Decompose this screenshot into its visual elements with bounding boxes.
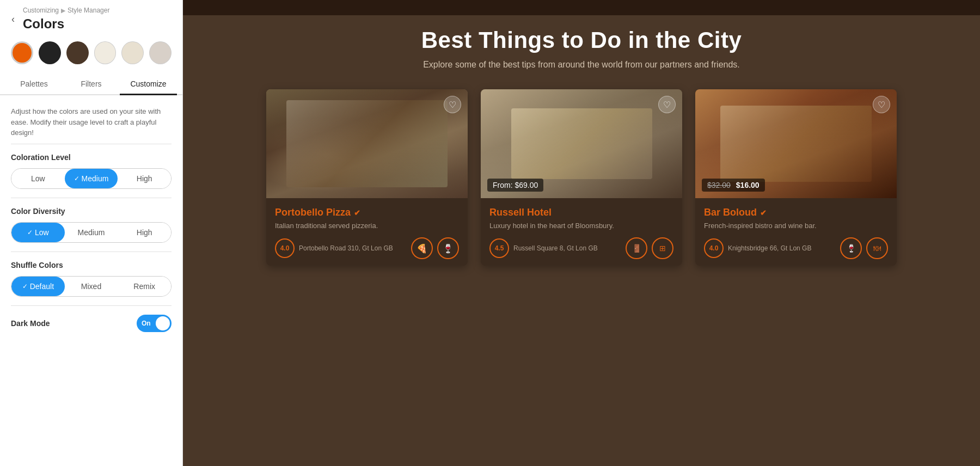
- swatch-orange[interactable]: [11, 41, 33, 64]
- diversity-low-label: Low: [35, 228, 49, 237]
- hotel-icon-2[interactable]: ⊞: [652, 237, 673, 259]
- swatch-light-beige[interactable]: [94, 41, 117, 64]
- hotel-icons: 🚪 ⊞: [626, 237, 673, 259]
- hotel-price-badge: From: $69.00: [487, 179, 543, 192]
- swatch-gray[interactable]: [149, 41, 171, 64]
- diversity-medium-label: Medium: [78, 228, 105, 237]
- pizza-verified-icon: ✔: [354, 209, 360, 217]
- pizza-address: Portobello Road 310, Gt Lon GB: [299, 244, 393, 253]
- coloration-medium[interactable]: ✓ Medium: [65, 169, 118, 188]
- card-pizza: ♡ Portobello Pizza ✔ Italian traditional…: [266, 89, 468, 266]
- hotel-price-text: From: $69.00: [493, 181, 538, 189]
- color-swatches-row: [0, 32, 182, 74]
- toggle-label: On: [142, 320, 151, 327]
- bar-icon-2[interactable]: 🍽: [866, 237, 888, 259]
- hotel-rating: 4.5: [489, 238, 509, 258]
- pizza-icon-1[interactable]: 🍕: [411, 237, 433, 259]
- pizza-rating: 4.0: [275, 238, 295, 258]
- color-diversity-title: Color Diversity: [11, 207, 171, 216]
- card-pizza-body: Portobello Pizza ✔ Italian traditional s…: [266, 198, 468, 266]
- card-pizza-location: 4.0 Portobello Road 310, Gt Lon GB: [275, 238, 393, 258]
- shuffle-mixed-label: Mixed: [81, 282, 101, 291]
- bar-price-badge: $32.00 $16.00: [702, 179, 765, 192]
- hero-subtitle: Explore some of the best tips from aroun…: [423, 60, 740, 70]
- tab-filters[interactable]: Filters: [63, 74, 120, 95]
- coloration-medium-check: ✓: [74, 175, 79, 182]
- bar-verified-icon: ✔: [760, 209, 767, 217]
- card-hotel-location: 4.5 Russell Square 8, Gt Lon GB: [489, 238, 598, 258]
- color-diversity-section: Color Diversity ✓ Low Medium High: [0, 198, 182, 252]
- bar-heart-button[interactable]: ♡: [873, 96, 890, 113]
- color-diversity-group: ✓ Low Medium High: [11, 222, 171, 243]
- pizza-name-text: Portobello Pizza: [275, 207, 351, 218]
- card-hotel-footer: 4.5 Russell Square 8, Gt Lon GB 🚪 ⊞: [489, 237, 673, 259]
- coloration-level-section: Coloration Level Low ✓ Medium High: [0, 144, 182, 198]
- tab-palettes[interactable]: Palettes: [5, 74, 63, 95]
- swatch-brown[interactable]: [66, 41, 89, 64]
- diversity-low[interactable]: ✓ Low: [11, 223, 65, 242]
- card-bar-location: 4.0 Knightsbridge 66, Gt Lon GB: [704, 238, 811, 258]
- right-panel: Best Things to Do in the City Explore so…: [183, 0, 980, 466]
- coloration-level-group: Low ✓ Medium High: [11, 168, 171, 189]
- card-bar-footer: 4.0 Knightsbridge 66, Gt Lon GB 🍷 🍽: [704, 237, 888, 259]
- hotel-icon-1[interactable]: 🚪: [626, 237, 647, 259]
- panel-description: Adjust how the colors are used on your s…: [0, 95, 182, 144]
- diversity-high-label: High: [137, 228, 152, 237]
- tabs-row: Palettes Filters Customize: [0, 74, 182, 95]
- bar-price-original: $32.00: [707, 181, 731, 189]
- card-hotel: ♡ From: $69.00 Russell Hotel Luxury hote…: [481, 89, 682, 266]
- swatch-beige[interactable]: [121, 41, 144, 64]
- breadcrumb-part1: Customizing: [23, 7, 59, 14]
- dark-mode-row: Dark Mode On: [0, 306, 182, 341]
- coloration-high[interactable]: High: [118, 169, 171, 188]
- hero-title: Best Things to Do in the City: [421, 27, 742, 53]
- bar-price-sale: $16.00: [736, 181, 759, 189]
- diversity-medium[interactable]: Medium: [65, 223, 118, 242]
- shuffle-remix-label: Remix: [133, 282, 155, 291]
- card-pizza-name: Portobello Pizza ✔: [275, 207, 459, 218]
- card-bar-desc: French-inspired bistro and wine bar.: [704, 222, 888, 230]
- bar-rating: 4.0: [704, 238, 724, 258]
- coloration-low[interactable]: Low: [11, 169, 65, 188]
- card-bar-image-wrap: ♡ $32.00 $16.00: [695, 89, 897, 198]
- hotel-name-text: Russell Hotel: [489, 207, 552, 218]
- breadcrumb-part2: Style Manager: [68, 7, 109, 14]
- bar-icon-1[interactable]: 🍷: [840, 237, 862, 259]
- shuffle-colors-group: ✓ Default Mixed Remix: [11, 276, 171, 297]
- card-hotel-name: Russell Hotel: [489, 207, 673, 218]
- tab-customize[interactable]: Customize: [120, 74, 177, 95]
- left-panel: ‹ Customizing ▶ Style Manager Colors Pal…: [0, 0, 183, 466]
- card-bar-body: Bar Boloud ✔ French-inspired bistro and …: [695, 198, 897, 266]
- card-bar-name: Bar Boloud ✔: [704, 207, 888, 218]
- diversity-low-check: ✓: [27, 229, 33, 236]
- pizza-icon-2[interactable]: 🍷: [437, 237, 459, 259]
- pizza-icons: 🍕 🍷: [411, 237, 459, 259]
- breadcrumb-separator: ▶: [61, 7, 65, 14]
- hotel-address: Russell Square 8, Gt Lon GB: [513, 244, 598, 253]
- coloration-level-title: Coloration Level: [11, 153, 171, 162]
- card-pizza-footer: 4.0 Portobello Road 310, Gt Lon GB 🍕 🍷: [275, 237, 459, 259]
- coloration-low-label: Low: [31, 174, 45, 183]
- dark-mode-toggle[interactable]: On: [137, 315, 171, 332]
- dark-mode-label: Dark Mode: [11, 319, 50, 328]
- panel-header-top: ‹ Customizing ▶ Style Manager Colors: [0, 0, 182, 32]
- back-button[interactable]: ‹: [5, 11, 21, 27]
- swatch-black[interactable]: [39, 41, 61, 64]
- panel-title: Colors: [23, 16, 177, 32]
- pizza-heart-button[interactable]: ♡: [444, 96, 461, 113]
- coloration-high-label: High: [137, 174, 152, 183]
- breadcrumb: Customizing ▶ Style Manager: [23, 7, 177, 14]
- shuffle-default[interactable]: ✓ Default: [11, 277, 65, 296]
- diversity-high[interactable]: High: [118, 223, 171, 242]
- cards-row: ♡ Portobello Pizza ✔ Italian traditional…: [216, 89, 947, 266]
- card-hotel-image-wrap: ♡ From: $69.00: [481, 89, 682, 198]
- bar-name-text: Bar Boloud: [704, 207, 757, 218]
- card-pizza-image-wrap: ♡: [266, 89, 468, 198]
- shuffle-mixed[interactable]: Mixed: [65, 277, 118, 296]
- shuffle-default-label: Default: [30, 282, 54, 291]
- shuffle-remix[interactable]: Remix: [118, 277, 171, 296]
- card-pizza-desc: Italian traditional served pizzeria.: [275, 222, 459, 230]
- coloration-medium-label: Medium: [82, 174, 109, 183]
- card-bar: ♡ $32.00 $16.00 Bar Boloud ✔ French-insp…: [695, 89, 897, 266]
- hotel-heart-button[interactable]: ♡: [658, 96, 676, 113]
